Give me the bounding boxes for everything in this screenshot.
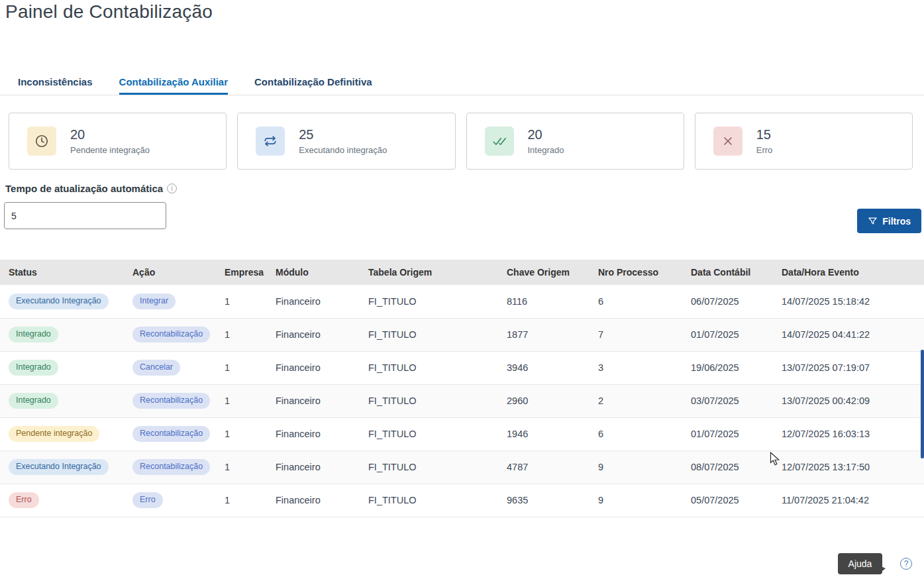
action-badge[interactable]: Recontabilização: [132, 327, 210, 342]
stat-label: Erro: [756, 145, 773, 155]
action-badge[interactable]: Recontabilização: [132, 426, 210, 442]
status-badge: Integrado: [9, 393, 58, 409]
chave-origem-cell-container: 9635: [498, 484, 590, 517]
auto-refresh-input[interactable]: [4, 202, 166, 229]
tab-bar: Inconsistências Contabilização Auxiliar …: [0, 69, 924, 95]
modulo-cell-container: Financeiro: [267, 417, 360, 450]
clock-icon: [27, 127, 56, 156]
empresa-cell-container: 1: [216, 285, 267, 318]
table-row[interactable]: Pendente integraçãoRecontabilização1Fina…: [0, 417, 924, 450]
status-badge: Executando Integração: [9, 293, 109, 309]
auto-refresh-label: Tempo de atualização automática i: [5, 183, 177, 194]
tabela-origem-cell-container: FI_TITULO: [360, 318, 498, 351]
action-badge[interactable]: Integrar: [132, 293, 176, 309]
nro-processo-cell-container: 3: [590, 351, 682, 384]
filters-button[interactable]: Filtros: [857, 209, 921, 233]
table-scrollbar[interactable]: [921, 350, 924, 458]
x-icon: [713, 127, 743, 156]
col-acao: Ação: [124, 260, 216, 285]
data-contabil-cell-container: 01/07/2025: [682, 417, 773, 450]
data-hora-evento-cell-container: 13/07/2025 07:19:07: [773, 351, 924, 384]
chave-origem-cell-container: 8116: [498, 285, 590, 318]
status-badge: Integrado: [9, 327, 58, 342]
table-body: Executando IntegraçãoIntegrar1Financeiro…: [0, 285, 924, 517]
stat-value: 20: [528, 127, 564, 142]
tab-contabilizacao-auxiliar[interactable]: Contabilização Auxiliar: [119, 69, 228, 95]
modulo-cell-container: Financeiro: [267, 450, 360, 484]
help-button[interactable]: Ajuda: [838, 553, 882, 574]
status-badge-container: Integrado: [0, 351, 124, 384]
status-badge-container: Pendente integração: [0, 417, 124, 450]
empresa-cell-container: 1: [216, 318, 267, 351]
col-modulo: Módulo: [267, 260, 360, 285]
table-header: Status Ação Empresa Módulo Tabela Origem…: [0, 260, 924, 285]
stat-label: Integrado: [528, 145, 564, 155]
tab-contabilizacao-definitiva[interactable]: Contabilização Definitiva: [254, 69, 372, 95]
table-row[interactable]: IntegradoRecontabilização1FinanceiroFI_T…: [0, 318, 924, 351]
stat-card-pendente-integracao: 20 Pendente integração: [9, 113, 227, 170]
filter-funnel-icon: [868, 216, 878, 226]
data-contabil-cell-container: 05/07/2025: [682, 484, 773, 517]
chave-origem-cell-container: 4787: [498, 450, 590, 484]
tabela-origem-cell-container: FI_TITULO: [360, 285, 498, 318]
table-row[interactable]: IntegradoRecontabilização1FinanceiroFI_T…: [0, 384, 924, 417]
data-contabil-cell-container: 19/06/2025: [682, 351, 773, 384]
action-badge-container: Recontabilização: [124, 318, 216, 351]
action-badge[interactable]: Cancelar: [132, 360, 180, 376]
col-nro-processo: Nro Processo: [590, 260, 682, 285]
status-badge: Erro: [9, 492, 39, 508]
modulo-cell-container: Financeiro: [267, 351, 360, 384]
auto-refresh-label-text: Tempo de atualização automática: [5, 183, 163, 194]
action-badge[interactable]: Erro: [132, 492, 163, 508]
action-badge-container: Cancelar: [124, 351, 216, 384]
chave-origem-cell-container: 2960: [498, 384, 590, 417]
tabela-origem-cell-container: FI_TITULO: [360, 351, 498, 384]
sync-icon: [256, 127, 285, 156]
help-question-icon[interactable]: ?: [900, 558, 912, 570]
records-table: Status Ação Empresa Módulo Tabela Origem…: [0, 260, 924, 517]
empresa-cell-container: 1: [216, 384, 267, 417]
tabela-origem-cell-container: FI_TITULO: [360, 417, 498, 450]
status-badge-container: Integrado: [0, 384, 124, 417]
tabela-origem-cell-container: FI_TITULO: [360, 484, 498, 517]
col-data-contabil: Data Contábil: [682, 260, 773, 285]
empresa-cell-container: 1: [216, 450, 267, 484]
action-badge-container: Recontabilização: [124, 417, 216, 450]
action-badge-container: Recontabilização: [124, 384, 216, 417]
table-row[interactable]: ErroErro1FinanceiroFI_TITULO9635905/07/2…: [0, 484, 924, 517]
table-row[interactable]: IntegradoCancelar1FinanceiroFI_TITULO394…: [0, 351, 924, 384]
col-status: Status: [0, 260, 124, 285]
data-contabil-cell-container: 01/07/2025: [682, 318, 773, 351]
action-badge-container: Integrar: [124, 285, 216, 318]
chave-origem-cell-container: 1946: [498, 417, 590, 450]
data-hora-evento-cell-container: 13/07/2025 00:42:09: [773, 384, 924, 417]
status-badge-container: Integrado: [0, 318, 124, 351]
empresa-cell-container: 1: [216, 351, 267, 384]
nro-processo-cell-container: 6: [590, 417, 682, 450]
col-empresa: Empresa: [216, 260, 267, 285]
modulo-cell-container: Financeiro: [267, 384, 360, 417]
table-row[interactable]: Executando IntegraçãoRecontabilização1Fi…: [0, 450, 924, 484]
empresa-cell-container: 1: [216, 417, 267, 450]
help-button-label: Ajuda: [848, 558, 872, 569]
data-contabil-cell-container: 06/07/2025: [682, 285, 773, 318]
data-hora-evento-cell-container: 12/07/2025 13:17:50: [773, 450, 924, 484]
action-badge[interactable]: Recontabilização: [132, 393, 210, 409]
status-badge: Pendente integração: [9, 426, 99, 442]
status-badge-container: Executando Integração: [0, 450, 124, 484]
status-badge: Executando Integração: [9, 459, 109, 475]
chave-origem-cell-container: 1877: [498, 318, 590, 351]
chave-origem-cell-container: 3946: [498, 351, 590, 384]
table-row[interactable]: Executando IntegraçãoIntegrar1Financeiro…: [0, 285, 924, 318]
col-data-hora-evento: Data/Hora Evento: [773, 260, 924, 285]
data-hora-evento-cell-container: 12/07/2025 16:03:13: [773, 417, 924, 450]
action-badge[interactable]: Recontabilização: [132, 459, 210, 475]
data-contabil-cell-container: 08/07/2025: [682, 450, 773, 484]
painel-contabilizacao-page: Painel de Contabilização Inconsistências…: [0, 0, 924, 577]
nro-processo-cell-container: 9: [590, 450, 682, 484]
tabela-origem-cell-container: FI_TITULO: [360, 450, 498, 484]
stat-label: Executando integração: [299, 145, 387, 155]
tab-inconsistencias[interactable]: Inconsistências: [18, 69, 93, 95]
info-icon[interactable]: i: [167, 184, 177, 193]
nro-processo-cell-container: 9: [590, 484, 682, 517]
